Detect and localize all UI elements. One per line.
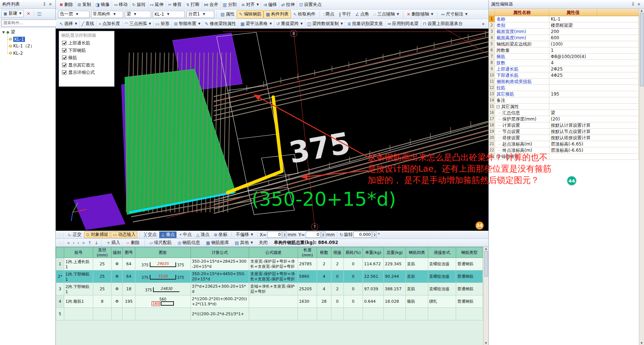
tree-item-kl1[interactable]: ✿ KL-1 bbox=[0, 36, 55, 43]
copy-button[interactable]: ⊞复制 bbox=[75, 1, 93, 9]
category-select[interactable]: 常用构件▼ bbox=[91, 11, 123, 18]
option-top-bars[interactable]: 上部通长筋 bbox=[59, 39, 114, 47]
property-row[interactable]: 20搭接设置按默认搭接设置计算 bbox=[489, 135, 639, 141]
property-row[interactable]: 13其它箍筋195 bbox=[489, 91, 639, 97]
table-scrollbar[interactable]: ▲▼ bbox=[483, 247, 488, 345]
close-icon[interactable]: × bbox=[636, 1, 642, 7]
y-spinner[interactable]: ▲▼ bbox=[321, 231, 325, 238]
property-row[interactable]: 2类别楼层框架梁 bbox=[489, 22, 639, 29]
scroll-down-icon[interactable]: ▼ bbox=[485, 342, 487, 345]
collapse-icon[interactable]: − bbox=[496, 105, 500, 108]
edit-rebar-button[interactable]: ✎编辑钢筋 bbox=[237, 10, 263, 18]
first-row-button[interactable]: « bbox=[66, 240, 71, 245]
component-list-button[interactable]: ▦构件列表 bbox=[263, 10, 291, 18]
align-button[interactable]: ≡对齐▼ bbox=[239, 1, 261, 9]
insert-row-button[interactable]: +插入 bbox=[104, 239, 123, 246]
rotation-input[interactable] bbox=[353, 231, 372, 238]
option-bottom-bars[interactable]: 下部钢筋 bbox=[59, 47, 114, 54]
scroll-down-icon[interactable]: ▼ bbox=[641, 342, 643, 345]
point-angle-button[interactable]: ∠点角 bbox=[353, 10, 371, 18]
scroll-thumb[interactable] bbox=[484, 251, 488, 277]
parallel-axis-button[interactable]: ∥平行 bbox=[336, 10, 353, 18]
move-row-up-button[interactable]: ↑ bbox=[87, 240, 92, 245]
col-header[interactable]: 钢筋归类 bbox=[406, 247, 428, 258]
two-point-axis-button[interactable]: ∶两点 bbox=[321, 10, 336, 18]
col-header[interactable]: 图号 bbox=[123, 247, 135, 258]
property-row[interactable]: 6跨数量1 bbox=[489, 47, 639, 54]
dynamic-input-toggle[interactable]: ▭动态输入 bbox=[111, 231, 137, 238]
property-row[interactable]: 16汇总信息梁 bbox=[489, 110, 639, 116]
checkbox-checked-icon[interactable] bbox=[62, 48, 66, 53]
side-badge-44[interactable]: 44 bbox=[567, 176, 577, 186]
property-row[interactable]: 14备注 bbox=[489, 97, 639, 104]
property-group-row[interactable]: 23+锚固搭接 bbox=[489, 154, 639, 160]
offset-button[interactable]: ⇉偏移 bbox=[261, 1, 279, 9]
tree-item-kl1-2[interactable]: ✿ KL-1（2） bbox=[0, 43, 55, 50]
grip-settings-button[interactable]: ⊡设置夹点 bbox=[297, 1, 324, 9]
rectangle-button[interactable]: ▭矩形 bbox=[153, 20, 172, 28]
last-row-button[interactable]: » bbox=[81, 240, 86, 245]
prev-row-button[interactable]: ‹ bbox=[72, 240, 76, 245]
property-row[interactable]: 21起点顶标高(m)层顶标高(-6.65) bbox=[489, 141, 639, 147]
col-header[interactable]: 公式描述 bbox=[249, 247, 298, 258]
property-row[interactable]: 17保护层厚度(mm)(20) bbox=[489, 116, 639, 122]
close-editor-button[interactable]: 关闭 bbox=[256, 239, 270, 246]
col-header[interactable]: 搭接 bbox=[331, 247, 343, 258]
beam-table-button[interactable]: ▦梁平法表格▼ bbox=[238, 20, 274, 28]
search-input[interactable] bbox=[1, 19, 58, 27]
expand-icon[interactable]: + bbox=[496, 155, 500, 158]
col-header[interactable]: 钢筋类型 bbox=[456, 247, 483, 258]
table-row-selected[interactable]: 2* 1跨.下部钢筋1 25 Φ 64 3755110375 350-20+15… bbox=[56, 270, 483, 283]
perpendicular-snap-toggle[interactable]: ⊥垂点 bbox=[159, 231, 177, 238]
properties-button[interactable]: ▤属性 bbox=[218, 10, 237, 18]
col-header[interactable]: 计算公式 bbox=[190, 247, 249, 258]
split-button[interactable]: ▥分割 bbox=[221, 1, 239, 9]
table-row[interactable]: 4 1跨.箍筋1 8 Φ 195 560160 2*((200-2*20)+(6… bbox=[56, 295, 483, 308]
pick-component-button[interactable]: ↖拾取构件 bbox=[291, 10, 318, 18]
col-header[interactable]: 级别 bbox=[112, 247, 123, 258]
coordinate-toggle[interactable]: ⊕坐标 bbox=[212, 231, 229, 238]
option-show-formula[interactable]: 显示详细公式 bbox=[59, 69, 114, 76]
vertex-snap-toggle[interactable]: △顶点 bbox=[194, 231, 211, 238]
table-row[interactable]: 1 1跨.上通长筋1 25 Φ 64 37529035375 350-20+15… bbox=[56, 258, 483, 270]
delete-axis-button[interactable]: ✕删除辅轴▼ bbox=[405, 10, 436, 18]
property-row[interactable]: 22终点顶标高(m)层顶标高(-6.65) bbox=[489, 147, 639, 154]
scroll-up-icon[interactable]: ▲ bbox=[485, 247, 487, 250]
col-header[interactable]: 损耗(%) bbox=[343, 247, 363, 258]
copy-component-button[interactable]: ◫ bbox=[36, 10, 43, 17]
tree-item-kl2[interactable]: ✿ KL-2 bbox=[0, 50, 55, 57]
next-row-button[interactable]: › bbox=[76, 240, 80, 245]
delete-component-button[interactable]: ✕ bbox=[25, 10, 32, 17]
col-header[interactable]: 图形 bbox=[135, 247, 190, 258]
property-row[interactable]: 11侧面构造或受扭筋 bbox=[489, 79, 639, 85]
select-button[interactable]: ↖选择▼ bbox=[57, 20, 79, 28]
point-length-button[interactable]: ∙点加长度 bbox=[96, 20, 122, 28]
checkbox-checked-icon[interactable] bbox=[62, 70, 66, 75]
property-row[interactable]: 9上部通长筋2Φ25 bbox=[489, 66, 639, 72]
osnap-toggle[interactable]: ⊙对象捕捉 bbox=[84, 231, 110, 238]
top-rebar-setting-button[interactable]: ⊓设置上部筋退承台 bbox=[421, 20, 465, 28]
option-show-other[interactable]: 显示其它图元 bbox=[59, 61, 114, 69]
checkbox-checked-icon[interactable] bbox=[62, 63, 66, 67]
property-row[interactable]: 5轴线距梁左边线距(100) bbox=[489, 41, 639, 47]
batch-identify-support-button[interactable]: ≣批量识别梁支座 bbox=[345, 20, 385, 28]
rotate-button[interactable]: ↻旋转 bbox=[130, 1, 148, 9]
scale-rebar-button[interactable]: ▱缩尺配筋 bbox=[147, 239, 174, 246]
midpoint-snap-toggle[interactable]: •中点 bbox=[177, 231, 193, 238]
property-row[interactable]: 19节点设置按默认节点设置计算 bbox=[489, 129, 639, 135]
col-header[interactable]: 根数 bbox=[317, 247, 331, 258]
scroll-up-icon[interactable]: ▲ bbox=[641, 9, 643, 12]
checkbox-checked-icon[interactable] bbox=[62, 55, 66, 60]
stretch-button[interactable]: ⇄拉伸 bbox=[279, 1, 297, 9]
property-row[interactable]: 12拉筋 bbox=[489, 85, 639, 91]
x-coordinate-input[interactable] bbox=[267, 231, 282, 238]
3d-viewport[interactable]: 375 (350-20+15*d) 8 7 34 钢筋显示控制面板 上部通长筋 … bbox=[56, 29, 488, 231]
three-point-arc-button[interactable]: ◠三点画弧▼ bbox=[122, 20, 153, 28]
move-row-down-button[interactable]: ↓ bbox=[93, 240, 99, 245]
property-row[interactable]: 3截面宽度(mm)200 bbox=[489, 29, 639, 35]
offset-mode-select[interactable]: 不偏移▼ bbox=[234, 231, 255, 238]
col-header[interactable]: 长度(mm) bbox=[298, 247, 317, 258]
smart-layout-button[interactable]: ⊞智能布置▼ bbox=[172, 20, 203, 28]
scroll-thumb[interactable] bbox=[640, 13, 644, 86]
move-button[interactable]: ↔移动 bbox=[112, 1, 130, 9]
